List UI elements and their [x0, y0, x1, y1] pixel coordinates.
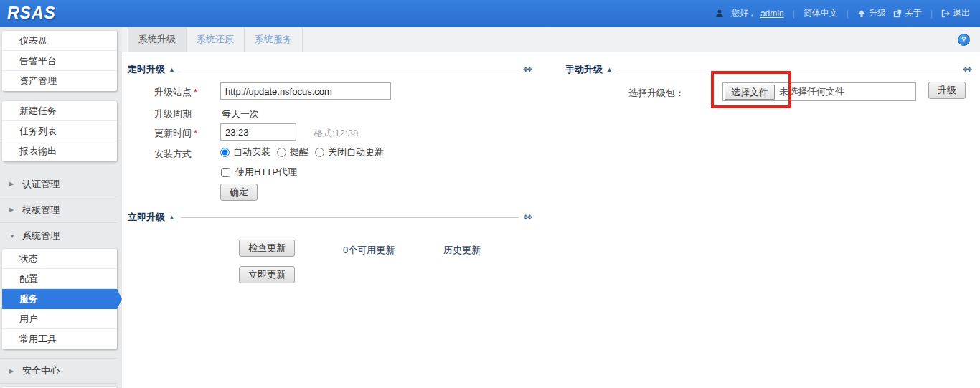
sidebar-group-label: 系统管理: [22, 230, 60, 242]
sidebar-item-config[interactable]: 配置: [2, 269, 117, 289]
drag-handle-icon[interactable]: ✥✥: [523, 66, 531, 73]
sidebar: 仪表盘 告警平台 资产管理 新建任务 任务列表 报表输出 ▶ 认证管理 ▶ 模板…: [0, 27, 122, 388]
chevron-right-icon: ▶: [9, 181, 16, 187]
radio-disable-auto-update[interactable]: [315, 148, 324, 157]
sidebar-item-status[interactable]: 状态: [2, 249, 117, 269]
arrow-up-icon: [857, 9, 866, 18]
tab-bar: 系统升级 系统还原 系统服务 ?: [122, 27, 980, 52]
cycle-value: 每天一次: [222, 108, 259, 120]
sidebar-group-auth-management[interactable]: ▶ 认证管理: [0, 171, 117, 197]
sidebar-group-template-management[interactable]: ▶ 模板管理: [0, 197, 117, 223]
no-file-selected-text: 未选择任何文件: [779, 85, 844, 98]
sidebar-card-overview: 仪表盘 告警平台 资产管理: [2, 31, 117, 91]
logout-link[interactable]: 退出: [941, 7, 970, 19]
header-actions: 您好 , admin | 简体中文 | 升级 关于 |: [715, 7, 980, 19]
header-separator: |: [845, 9, 850, 19]
about-link[interactable]: 关于: [893, 7, 922, 19]
check-updates-button[interactable]: 检查更新: [239, 240, 295, 257]
manual-upgrade-section-header: 手动升级 ▲ ✥✥: [565, 63, 971, 76]
http-proxy-row: 使用HTTP代理: [221, 166, 297, 179]
confirm-button[interactable]: 确定: [220, 184, 258, 201]
cycle-label: 升级周期: [154, 108, 192, 120]
scheduled-upgrade-section-header: 定时升级 ▲ ✥✥: [128, 63, 531, 76]
radio-disable-auto-update-label[interactable]: 关闭自动更新: [328, 146, 384, 158]
sidebar-group-system-management[interactable]: ▼ 系统管理: [0, 223, 117, 249]
collapse-caret-icon[interactable]: ▲: [606, 66, 613, 73]
http-proxy-label[interactable]: 使用HTTP代理: [235, 166, 297, 179]
file-input[interactable]: 选择文件 未选择任何文件: [722, 82, 916, 101]
header-separator: |: [929, 9, 934, 19]
sidebar-item-dashboard[interactable]: 仪表盘: [2, 31, 117, 51]
time-label: 更新时间*: [154, 127, 197, 140]
external-link-icon: [893, 9, 902, 18]
help-icon[interactable]: ?: [958, 34, 970, 46]
upgrade-link[interactable]: 升级: [857, 7, 886, 19]
choose-file-button[interactable]: 选择文件: [725, 85, 775, 100]
tab-system-service[interactable]: 系统服务: [245, 27, 303, 52]
tab-system-restore[interactable]: 系统还原: [187, 27, 245, 52]
collapse-caret-icon[interactable]: ▲: [169, 66, 175, 73]
manual-upgrade-title: 手动升级: [565, 63, 603, 76]
language-link[interactable]: 简体中文: [804, 7, 838, 19]
section-divider: [181, 217, 519, 218]
top-header-bar: RSAS 您好 , admin | 简体中文 | 升级 关于 |: [0, 0, 980, 27]
sidebar-item-task-list[interactable]: 任务列表: [2, 121, 117, 141]
history-updates-link[interactable]: 历史更新: [443, 244, 481, 257]
drag-handle-icon[interactable]: ✥✥: [523, 214, 531, 221]
header-separator: |: [791, 9, 796, 19]
radio-remind-label[interactable]: 提醒: [290, 146, 308, 158]
immediate-upgrade-title: 立即升级: [128, 211, 165, 224]
package-label: 选择升级包：: [628, 87, 684, 100]
install-mode-label: 安装方式: [154, 148, 192, 161]
chevron-right-icon: ▶: [9, 368, 16, 374]
sidebar-item-service-selected[interactable]: 服务: [2, 289, 117, 309]
user-icon: [715, 9, 724, 18]
sidebar-card-tasks: 新建任务 任务列表 报表输出: [2, 101, 117, 161]
immediate-upgrade-section-header: 立即升级 ▲ ✥✥: [128, 211, 531, 224]
sidebar-item-new-task[interactable]: 新建任务: [2, 101, 117, 121]
install-mode-radio-group: 自动安装 提醒 关闭自动更新: [220, 146, 388, 158]
required-marker: *: [194, 87, 197, 98]
rsas-admin-page: RSAS 您好 , admin | 简体中文 | 升级 关于 |: [0, 0, 980, 388]
required-marker: *: [194, 128, 197, 138]
sidebar-item-asset-management[interactable]: 资产管理: [2, 71, 117, 91]
sidebar-group-label: 模板管理: [22, 204, 60, 217]
sidebar-group-security-center[interactable]: ▶ 安全中心: [0, 358, 117, 384]
site-label: 升级站点*: [154, 86, 197, 99]
radio-auto-install-label[interactable]: 自动安装: [233, 146, 270, 158]
rsas-logo: RSAS: [0, 4, 56, 23]
radio-remind[interactable]: [277, 148, 286, 157]
time-format-hint: 格式:12:38: [314, 127, 358, 140]
available-updates-text: 0个可用更新: [343, 244, 395, 257]
sidebar-item-alert-platform[interactable]: 告警平台: [2, 51, 117, 71]
logout-icon: [941, 9, 950, 18]
http-proxy-checkbox[interactable]: [221, 168, 230, 177]
tab-system-upgrade[interactable]: 系统升级: [128, 27, 187, 52]
scheduled-upgrade-title: 定时升级: [128, 63, 165, 76]
sidebar-group-label: 认证管理: [22, 178, 60, 191]
section-divider: [181, 70, 519, 70]
sidebar-group-label: 安全中心: [22, 364, 60, 377]
sidebar-item-users[interactable]: 用户: [2, 309, 117, 329]
section-divider: [618, 70, 958, 70]
manual-upgrade-button[interactable]: 升级: [928, 82, 966, 99]
collapse-caret-icon[interactable]: ▲: [169, 214, 175, 221]
greeting-text: 您好 ,: [731, 7, 753, 19]
radio-auto-install[interactable]: [220, 148, 230, 157]
sidebar-card-system-children: 状态 配置 服务 用户 常用工具: [2, 249, 117, 349]
username-link[interactable]: admin: [760, 9, 784, 19]
time-input[interactable]: [220, 123, 296, 141]
sidebar-item-report-output[interactable]: 报表输出: [2, 141, 117, 161]
sidebar-item-common-tools[interactable]: 常用工具: [2, 329, 117, 349]
site-input[interactable]: [220, 82, 391, 100]
update-now-button[interactable]: 立即更新: [239, 266, 295, 283]
chevron-right-icon: ▶: [9, 207, 16, 213]
chevron-down-icon: ▼: [9, 233, 16, 240]
drag-handle-icon[interactable]: ✥✥: [963, 66, 971, 73]
